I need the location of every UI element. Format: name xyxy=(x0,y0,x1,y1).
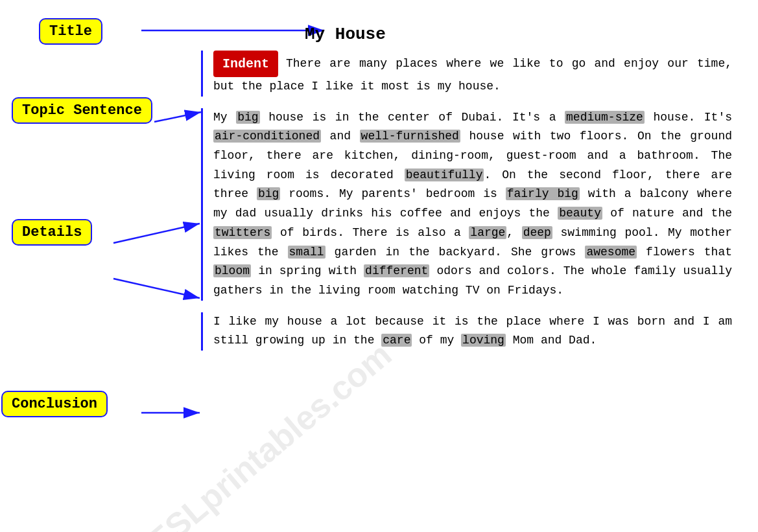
title-line: My House xyxy=(201,25,732,44)
title-text: My House xyxy=(305,25,386,44)
watermark: ESLprintables.com xyxy=(140,335,399,532)
conclusion-section: I like my house a lot because it is the … xyxy=(201,312,732,351)
indent-label: Indent xyxy=(213,51,278,77)
topic-sentence-label: Topic Sentence xyxy=(12,97,152,124)
topic-sentence-section: IndentThere are many places where we lik… xyxy=(201,51,732,97)
svg-line-2 xyxy=(154,112,201,122)
details-label: Details xyxy=(12,219,92,246)
topic-sentence-text: IndentThere are many places where we lik… xyxy=(213,51,732,97)
content-area: My House IndentThere are many places whe… xyxy=(201,13,732,362)
title-label: Title xyxy=(39,18,102,45)
conclusion-label: Conclusion xyxy=(1,391,108,417)
svg-line-3 xyxy=(113,224,200,243)
svg-line-4 xyxy=(113,279,200,298)
conclusion-text: I like my house a lot because it is the … xyxy=(213,312,732,351)
details-text: My big house is in the center of Dubai. … xyxy=(213,108,732,301)
details-section: My big house is in the center of Dubai. … xyxy=(201,108,732,301)
